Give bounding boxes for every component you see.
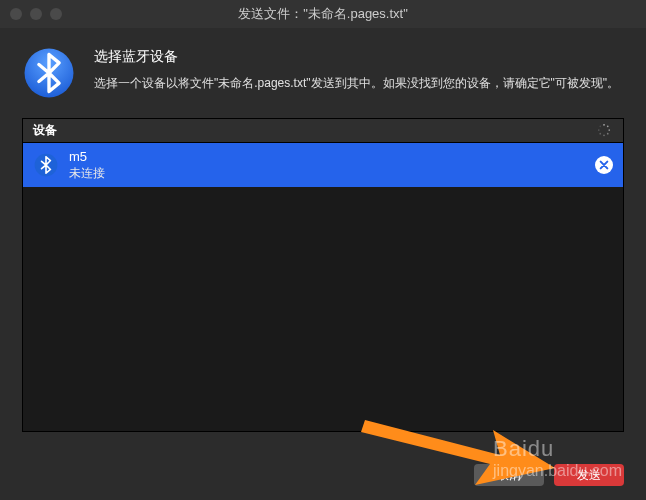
svg-point-6: [599, 133, 601, 135]
svg-point-7: [598, 129, 600, 131]
loading-spinner-icon: [597, 123, 611, 137]
device-row[interactable]: m5 未连接: [23, 143, 623, 187]
minimize-window-button[interactable]: [30, 8, 42, 20]
close-window-button[interactable]: [10, 8, 22, 20]
svg-point-1: [603, 124, 605, 126]
remove-device-button[interactable]: [595, 156, 613, 174]
send-button[interactable]: 发送: [554, 464, 624, 486]
fullscreen-window-button[interactable]: [50, 8, 62, 20]
dialog-description: 选择一个设备以将文件"未命名.pages.txt"发送到其中。如果没找到您的设备…: [94, 74, 619, 93]
svg-point-4: [607, 133, 609, 135]
window-title: 发送文件："未命名.pages.txt": [238, 5, 408, 23]
dialog-footer: 取消 发送: [0, 450, 646, 500]
dialog-header: 选择蓝牙设备 选择一个设备以将文件"未命名.pages.txt"发送到其中。如果…: [0, 28, 646, 118]
bluetooth-icon: [22, 46, 76, 100]
device-name: m5: [69, 149, 585, 166]
device-info: m5 未连接: [69, 149, 585, 181]
window-titlebar: 发送文件："未命名.pages.txt": [0, 0, 646, 28]
device-list-header: 设备: [23, 119, 623, 143]
device-list-header-label: 设备: [33, 122, 57, 139]
device-list: m5 未连接: [23, 143, 623, 431]
dialog-title: 选择蓝牙设备: [94, 48, 619, 66]
bluetooth-device-icon: [33, 152, 59, 178]
svg-point-2: [607, 125, 609, 127]
svg-point-8: [599, 125, 601, 127]
device-list-container: 设备: [22, 118, 624, 432]
device-status: 未连接: [69, 166, 585, 182]
svg-point-3: [608, 129, 610, 131]
window-controls: [10, 8, 62, 20]
cancel-button[interactable]: 取消: [474, 464, 544, 486]
svg-point-5: [603, 134, 605, 136]
